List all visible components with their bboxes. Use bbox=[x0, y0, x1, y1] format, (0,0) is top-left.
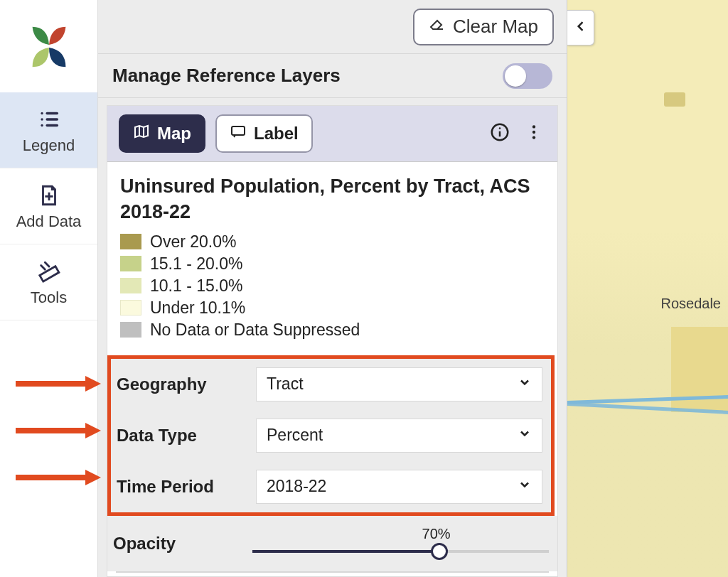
legend-swatch bbox=[120, 278, 141, 293]
view-tab-label[interactable]: Label bbox=[215, 114, 313, 153]
layer-title: Uninsured Population, Percent by Tract, … bbox=[120, 173, 545, 225]
map-canvas[interactable]: Rosedale bbox=[567, 0, 728, 577]
nav-item-label: Tools bbox=[31, 288, 67, 307]
layer-body: Uninsured Population, Percent by Tract, … bbox=[107, 162, 557, 350]
svg-point-14 bbox=[532, 131, 535, 134]
clear-map-button[interactable]: Clear Map bbox=[413, 9, 554, 45]
chevron-left-icon bbox=[574, 19, 588, 36]
geography-select[interactable]: Tract bbox=[256, 367, 542, 401]
list-icon bbox=[36, 107, 62, 132]
data-type-label: Data Type bbox=[117, 426, 246, 446]
control-row-geography: Geography Tract bbox=[111, 359, 551, 410]
legend-entry: Over 20.0% bbox=[120, 232, 545, 252]
legend-swatch bbox=[120, 256, 141, 271]
slider-track-fill bbox=[252, 550, 439, 553]
legend-entry: Under 10.1% bbox=[120, 298, 545, 318]
reference-layers-title: Manage Reference Layers bbox=[112, 65, 341, 87]
callout-box: Geography Tract Data Type Percent bbox=[107, 355, 555, 516]
time-period-label: Time Period bbox=[117, 477, 246, 497]
chevron-down-icon bbox=[518, 477, 532, 496]
map-block bbox=[664, 92, 685, 107]
view-tab-map-label: Map bbox=[157, 124, 191, 144]
opacity-value-label: 70% bbox=[422, 526, 451, 542]
legend-entry: 15.1 - 20.0% bbox=[120, 254, 545, 274]
view-tab-map[interactable]: Map bbox=[119, 114, 205, 153]
legend-label: 15.1 - 20.0% bbox=[150, 254, 242, 274]
legend-label: 10.1 - 15.0% bbox=[150, 276, 242, 296]
legend-swatch bbox=[120, 322, 141, 338]
slider-thumb[interactable] bbox=[431, 543, 448, 560]
collapse-panel-button[interactable] bbox=[567, 10, 594, 45]
map-icon bbox=[133, 123, 150, 144]
legend-label: Over 20.0% bbox=[150, 232, 236, 252]
clear-map-label: Clear Map bbox=[453, 16, 538, 38]
plus-file-icon bbox=[36, 183, 62, 208]
kebab-icon bbox=[525, 123, 543, 144]
legend-panel: Clear Map Manage Reference Layers Map bbox=[98, 0, 567, 577]
time-period-select[interactable]: 2018-22 bbox=[256, 470, 542, 504]
divider bbox=[116, 571, 549, 573]
ruler-icon bbox=[36, 259, 62, 284]
chevron-down-icon bbox=[518, 426, 532, 445]
layer-card-header: Map Label bbox=[107, 106, 557, 162]
app-logo bbox=[0, 0, 97, 92]
leaf-logo-icon bbox=[21, 18, 77, 74]
nav-add-data[interactable]: Add Data bbox=[0, 168, 97, 244]
eraser-icon bbox=[429, 16, 446, 38]
legend-label: Under 10.1% bbox=[150, 298, 245, 318]
svg-point-2 bbox=[41, 124, 43, 126]
geography-value: Tract bbox=[267, 374, 304, 394]
nav-tools[interactable]: Tools bbox=[0, 244, 97, 320]
svg-point-15 bbox=[532, 136, 535, 139]
layer-controls: Geography Tract Data Type Percent bbox=[107, 350, 557, 573]
opacity-slider[interactable] bbox=[252, 544, 549, 559]
svg-point-1 bbox=[41, 118, 43, 120]
legend-entry: No Data or Data Suppressed bbox=[120, 320, 545, 340]
legend-label: No Data or Data Suppressed bbox=[150, 320, 360, 340]
control-row-data-type: Data Type Percent bbox=[111, 410, 551, 461]
control-row-time-period: Time Period 2018-22 bbox=[111, 461, 551, 512]
data-type-value: Percent bbox=[267, 426, 323, 445]
geography-label: Geography bbox=[117, 374, 246, 394]
chevron-down-icon bbox=[518, 374, 532, 394]
svg-rect-8 bbox=[39, 266, 58, 281]
label-icon bbox=[230, 123, 247, 144]
time-period-value: 2018-22 bbox=[267, 477, 326, 496]
more-menu-button[interactable] bbox=[522, 122, 546, 146]
info-icon bbox=[489, 122, 510, 146]
layer-card: Map Label bbox=[107, 105, 558, 577]
panel-toolbar: Clear Map bbox=[98, 0, 567, 54]
svg-point-12 bbox=[499, 127, 501, 129]
nav-legend[interactable]: Legend bbox=[0, 92, 97, 168]
reference-layers-row: Manage Reference Layers bbox=[98, 54, 567, 98]
legend-entry: 10.1 - 15.0% bbox=[120, 276, 545, 296]
info-button[interactable] bbox=[488, 122, 512, 146]
data-type-select[interactable]: Percent bbox=[256, 419, 542, 453]
legend-list: Over 20.0% 15.1 - 20.0% 10.1 - 15.0% Und… bbox=[120, 232, 545, 340]
map-place-label: Rosedale bbox=[660, 296, 721, 312]
opacity-slider-wrap: 70% bbox=[252, 529, 549, 559]
view-tab-label-label: Label bbox=[254, 124, 299, 144]
svg-point-13 bbox=[532, 125, 535, 128]
svg-rect-9 bbox=[232, 126, 245, 135]
nav-item-label: Legend bbox=[23, 136, 75, 155]
opacity-label: Opacity bbox=[113, 534, 242, 554]
legend-swatch bbox=[120, 234, 141, 249]
map-tint bbox=[567, 0, 728, 577]
reference-layers-toggle[interactable] bbox=[503, 63, 552, 89]
nav-item-label: Add Data bbox=[16, 212, 82, 231]
legend-swatch bbox=[120, 300, 141, 316]
svg-point-0 bbox=[41, 112, 43, 114]
left-nav: Legend Add Data Tools bbox=[0, 0, 98, 577]
control-row-opacity: Opacity 70% bbox=[107, 516, 557, 571]
